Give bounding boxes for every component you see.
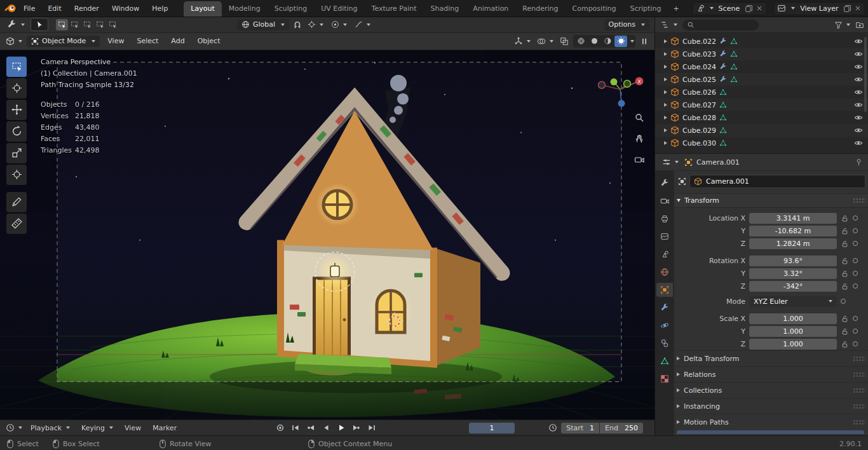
camera-view-button[interactable] — [632, 152, 647, 167]
frame-end-field[interactable]: End 250 — [600, 423, 643, 433]
lock-icon[interactable] — [841, 282, 849, 290]
lock-icon[interactable] — [841, 257, 849, 265]
scale-y-field[interactable]: 1.000 — [749, 326, 837, 337]
animate-dot[interactable] — [853, 258, 858, 263]
tab-output[interactable] — [656, 212, 673, 226]
view-layer-name[interactable]: View Layer — [797, 4, 841, 13]
workspace-tab-uv-editing[interactable]: UV Editing — [314, 1, 364, 17]
jump-to-end-button[interactable] — [365, 422, 378, 433]
disclosure-triangle[interactable] — [664, 78, 667, 81]
drag-grip[interactable] — [853, 356, 865, 362]
menu-file[interactable]: File — [18, 3, 41, 15]
tool-measure[interactable] — [6, 214, 27, 234]
lock-icon[interactable] — [841, 240, 849, 248]
close-icon[interactable] — [854, 4, 862, 12]
properties-editor-type-dropdown[interactable] — [660, 156, 681, 168]
menu-render[interactable]: Render — [69, 3, 105, 15]
breadcrumb-object-name[interactable]: Camera.001 — [696, 158, 740, 167]
workspace-tab-layout[interactable]: Layout — [184, 1, 221, 17]
menu-select[interactable]: Select — [132, 35, 163, 47]
tab-physics[interactable] — [656, 318, 673, 332]
active-tool-button[interactable] — [31, 18, 48, 31]
animate-dot[interactable] — [853, 215, 858, 221]
shading-rendered-button[interactable] — [614, 36, 627, 47]
drag-grip[interactable] — [853, 419, 865, 425]
tab-object[interactable] — [656, 283, 673, 297]
drag-grip[interactable] — [853, 404, 865, 409]
select-mode-set[interactable] — [56, 19, 68, 31]
eye-icon[interactable] — [854, 139, 863, 147]
workspace-tab-scripting[interactable]: Scripting — [623, 1, 668, 17]
tab-tool[interactable] — [656, 176, 673, 190]
location-y-field[interactable]: -10.682 m — [749, 226, 837, 236]
object-name[interactable]: Cube.030 — [682, 139, 716, 147]
workspace-tab-animation[interactable]: Animation — [466, 1, 515, 17]
outliner-item[interactable]: Cube.030 — [655, 137, 868, 149]
menu-edit[interactable]: Edit — [42, 3, 67, 15]
outliner-scrollbar[interactable] — [864, 37, 867, 112]
disclosure-triangle[interactable] — [677, 420, 680, 424]
tool-scale[interactable] — [6, 143, 27, 163]
active-tool-icon[interactable] — [5, 18, 27, 31]
zoom-button[interactable] — [632, 110, 647, 125]
eye-icon[interactable] — [854, 75, 863, 84]
lock-icon[interactable] — [841, 327, 849, 336]
blender-logo-icon[interactable] — [4, 4, 17, 13]
editor-type-dropdown[interactable] — [4, 36, 24, 47]
object-name[interactable]: Cube.024 — [682, 63, 716, 71]
outliner-item[interactable]: Cube.028 — [655, 111, 868, 124]
section-delta-transform[interactable]: Delta Transform — [674, 350, 868, 366]
rotation-x-field[interactable]: 93.6° — [749, 256, 837, 266]
menu-help[interactable]: Help — [146, 3, 173, 15]
eye-icon[interactable] — [854, 126, 863, 135]
select-mode-subtract[interactable] — [81, 19, 93, 31]
select-mode-extend[interactable] — [69, 19, 81, 31]
menu-window[interactable]: Window — [106, 3, 145, 15]
scale-x-field[interactable]: 1.000 — [749, 313, 837, 324]
outliner-item[interactable]: Cube.025 — [655, 73, 868, 86]
workspace-tab-rendering[interactable]: Rendering — [515, 1, 565, 17]
drag-grip[interactable] — [853, 198, 865, 203]
proportional-editing-dropdown[interactable] — [329, 19, 349, 30]
eye-icon[interactable] — [854, 113, 863, 122]
workspace-tab-modeling[interactable]: Modeling — [222, 1, 268, 17]
section-instancing[interactable]: Instancing — [674, 398, 868, 414]
outliner-item[interactable]: Cube.026 — [655, 86, 868, 99]
object-name[interactable]: Cube.023 — [682, 50, 716, 58]
pan-button[interactable] — [632, 131, 647, 146]
tab-render[interactable] — [656, 194, 673, 208]
tool-annotate[interactable] — [6, 192, 27, 212]
outliner-item[interactable]: Cube.029 — [655, 124, 868, 137]
tab-constraints[interactable] — [656, 336, 673, 350]
disclosure-triangle[interactable] — [677, 199, 681, 202]
transform-panel-header[interactable]: Transform — [674, 193, 868, 208]
eye-icon[interactable] — [854, 88, 863, 97]
disclosure-triangle[interactable] — [664, 52, 667, 56]
tool-rotate[interactable] — [6, 121, 27, 142]
menu-add[interactable]: Add — [166, 35, 189, 47]
marker-menu[interactable]: Marker — [147, 422, 182, 434]
select-mode-intersect[interactable] — [107, 19, 119, 31]
outliner-item[interactable]: Cube.027 — [655, 99, 868, 111]
eye-icon[interactable] — [854, 62, 863, 71]
frame-start-field[interactable]: Start 1 — [561, 423, 599, 433]
outliner-item[interactable]: Cube.023 — [655, 48, 868, 60]
disclosure-triangle[interactable] — [677, 357, 680, 360]
animate-dot[interactable] — [853, 329, 858, 334]
outliner-search-input[interactable] — [682, 20, 759, 31]
view-menu[interactable]: View — [119, 422, 146, 434]
new-scene-icon[interactable] — [745, 4, 753, 13]
select-mode-invert[interactable] — [94, 19, 106, 31]
lock-icon[interactable] — [841, 315, 849, 323]
shading-material-button[interactable] — [601, 36, 614, 47]
view-layer-selector[interactable]: View Layer — [773, 2, 865, 15]
disclosure-triangle[interactable] — [664, 116, 667, 119]
eye-icon[interactable] — [854, 37, 863, 46]
outliner-editor-type-dropdown[interactable] — [659, 19, 679, 31]
object-name[interactable]: Cube.022 — [682, 38, 716, 46]
play-reverse-button[interactable] — [319, 422, 332, 433]
next-keyframe-button[interactable] — [349, 422, 363, 433]
playback-menu[interactable]: Playback — [25, 422, 75, 434]
animate-dot[interactable] — [853, 283, 858, 289]
tab-texture[interactable] — [656, 372, 673, 386]
